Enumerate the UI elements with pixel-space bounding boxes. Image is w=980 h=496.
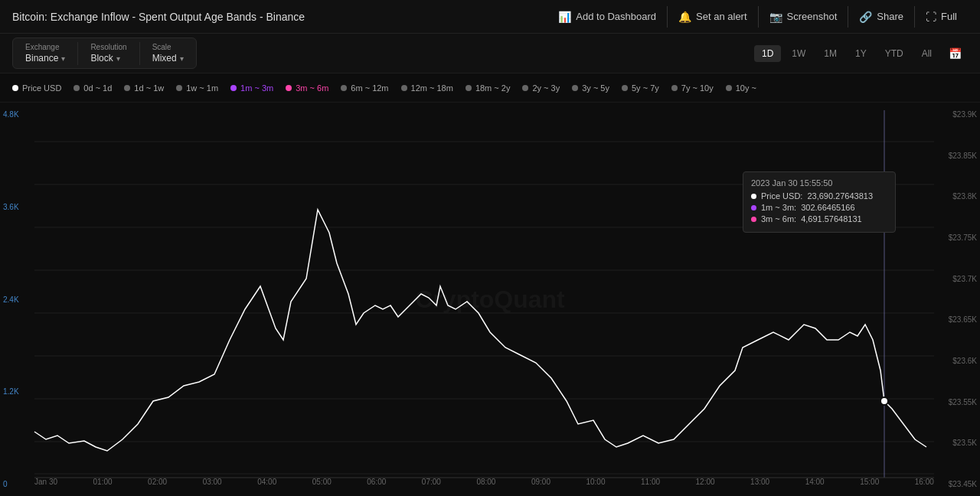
legend-dot-1w1m [176,85,182,91]
legend-1m-3m[interactable]: 1m ~ 3m [230,83,273,93]
full-button[interactable]: ⛶ Full [915,6,968,28]
legend-dot-price [12,85,18,91]
header: Bitcoin: Exchange Inflow - Spent Output … [0,0,980,34]
time-1w[interactable]: 1W [784,45,813,62]
legend-3y-5y[interactable]: 3y ~ 5y [572,83,609,93]
share-icon: 🔗 [859,11,872,23]
exchange-select[interactable]: Binance ▾ [25,53,65,64]
legend-dot-7y10y [671,85,678,91]
legend-7y-10y[interactable]: 7y ~ 10y [671,83,714,93]
chart-container: CryptoQuant 4.8K 3.6K 2.4K 1.2K 0 $23.9K… [0,103,980,496]
alert-icon: 🔔 [678,11,691,23]
legend-bar: Price USD 0d ~ 1d 1d ~ 1w 1w ~ 1m 1m ~ 3… [0,73,980,103]
legend-dot-1d1w [124,85,130,91]
legend-dot-3m6m [286,85,292,91]
resolution-label: Resolution [90,43,126,51]
legend-2y-3y[interactable]: 2y ~ 3y [522,83,560,93]
svg-point-10 [880,397,888,405]
controls-left: Exchange Binance ▾ Resolution Block ▾ Sc… [12,38,197,69]
time-1d[interactable]: 1D [754,45,781,62]
legend-3m-6m[interactable]: 3m ~ 6m [286,83,328,93]
legend-price-usd[interactable]: Price USD [12,83,61,93]
legend-dot-18m2y [466,85,472,91]
share-button[interactable]: 🔗 Share [848,6,915,28]
resolution-chevron: ▾ [116,54,120,63]
header-actions: 📊 Add to Dashboard 🔔 Set an alert 📷 Scre… [547,6,968,28]
page-title: Bitcoin: Exchange Inflow - Spent Output … [12,11,305,23]
legend-18m-2y[interactable]: 18m ~ 2y [466,83,511,93]
controls-bar: Exchange Binance ▾ Resolution Block ▾ Sc… [0,34,980,73]
add-dashboard-button[interactable]: 📊 Add to Dashboard [547,6,668,28]
controls-right: 1D 1W 1M 1Y YTD All 📅 [754,44,968,63]
calendar-button[interactable]: 📅 [942,44,968,63]
exchange-label: Exchange [25,43,65,51]
legend-1d-1w[interactable]: 1d ~ 1w [124,83,164,93]
legend-dot-2y3y [522,85,528,91]
fullscreen-icon: ⛶ [926,11,936,23]
legend-dot-10yplus [726,85,732,91]
legend-1w-1m[interactable]: 1w ~ 1m [176,83,218,93]
time-1y[interactable]: 1Y [848,45,874,62]
time-1m[interactable]: 1M [816,45,844,62]
legend-dot-1m3m [230,85,237,91]
time-ytd[interactable]: YTD [877,45,911,62]
time-all[interactable]: All [914,45,939,62]
screenshot-button[interactable]: 📷 Screenshot [759,6,849,28]
scale-select[interactable]: Mixed ▾ [152,53,184,64]
legend-10y-plus[interactable]: 10y ~ [726,83,756,93]
legend-12m-18m[interactable]: 12m ~ 18m [401,83,453,93]
exchange-chevron: ▾ [61,54,65,63]
legend-dot-5y7y [622,85,628,91]
legend-dot-0d1d [74,85,80,91]
scale-label: Scale [152,43,184,51]
legend-dot-6m12m [341,85,347,91]
legend-5y-7y[interactable]: 5y ~ 7y [622,83,659,93]
resolution-control: Resolution Block ▾ [84,41,132,65]
scale-chevron: ▾ [180,54,184,63]
chart-svg [0,103,980,496]
dashboard-icon: 📊 [558,11,571,23]
legend-0d-1d[interactable]: 0d ~ 1d [74,83,112,93]
divider-2 [139,42,140,65]
exchange-control: Exchange Binance ▾ [19,41,71,65]
legend-6m-12m[interactable]: 6m ~ 12m [341,83,388,93]
set-alert-button[interactable]: 🔔 Set an alert [668,6,759,28]
screenshot-icon: 📷 [769,11,782,23]
divider-1 [77,42,78,65]
legend-dot-3y5y [572,85,578,91]
legend-dot-12m18m [401,85,407,91]
resolution-select[interactable]: Block ▾ [90,53,126,64]
scale-control: Scale Mixed ▾ [146,41,190,65]
